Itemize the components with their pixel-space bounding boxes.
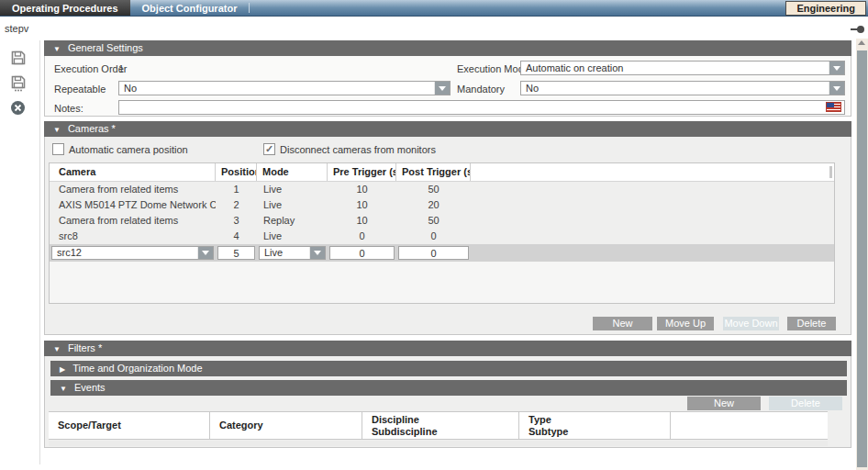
- move-down-button: Move Down: [723, 317, 779, 330]
- chevron-down-icon[interactable]: [829, 82, 844, 95]
- table-row[interactable]: AXIS M5014 PTZ Dome Network Camera 2 Liv…: [50, 197, 834, 213]
- events-table: Scope/Target Category Discipline Subdisc…: [49, 411, 828, 440]
- tab-object-configurator[interactable]: Object Configurator: [130, 0, 250, 16]
- mode-select[interactable]: Live: [259, 246, 326, 260]
- execution-mode-select[interactable]: Automatic on creation: [520, 61, 845, 75]
- save-icon[interactable]: [10, 50, 27, 66]
- new-event-button[interactable]: New: [687, 397, 761, 410]
- chevron-down-icon[interactable]: [829, 62, 844, 74]
- notes-label: Notes:: [54, 103, 83, 114]
- column-header-type[interactable]: Type Subtype: [519, 412, 671, 439]
- chevron-down-icon[interactable]: [309, 247, 325, 259]
- column-header-mode[interactable]: Mode: [257, 163, 328, 181]
- cameras-table: Camera Position Mode Pre Trigger (s) Pos…: [49, 162, 835, 304]
- collapse-icon: ▼: [53, 122, 61, 138]
- chevron-down-icon[interactable]: [434, 82, 450, 95]
- new-camera-button[interactable]: New: [593, 317, 652, 330]
- table-scrollbar[interactable]: [829, 166, 832, 178]
- section-header-cameras[interactable]: ▼Cameras *: [44, 121, 851, 137]
- column-header-discipline[interactable]: Discipline Subdiscipline: [362, 412, 519, 439]
- events-table-body: [49, 441, 828, 446]
- camera-edit-row[interactable]: src12 Live: [50, 244, 834, 262]
- column-header-position[interactable]: Position: [216, 163, 257, 181]
- pre-trigger-input[interactable]: [329, 246, 395, 260]
- section-header-events[interactable]: ▼Events: [50, 380, 847, 396]
- column-header-post-trigger[interactable]: Post Trigger (s): [396, 163, 471, 181]
- execution-order-value: 1: [118, 63, 124, 74]
- collapse-icon: ▼: [53, 341, 61, 357]
- delete-camera-button[interactable]: Delete: [787, 317, 836, 330]
- save-as-icon[interactable]: [10, 75, 27, 92]
- toolbar-divider: [39, 40, 40, 464]
- tab-operating-procedures[interactable]: Operating Procedures: [0, 0, 130, 16]
- repeatable-select[interactable]: No: [118, 81, 451, 95]
- disconnect-cameras-label: Disconnect cameras from monitors: [280, 144, 436, 155]
- us-flag-icon[interactable]: [826, 102, 841, 112]
- tab-separator: [249, 3, 250, 13]
- section-header-time-org-mode[interactable]: ▶Time and Organization Mode: [50, 361, 847, 376]
- column-header-filler: [471, 163, 834, 181]
- auto-camera-position-label: Automatic camera position: [69, 144, 188, 155]
- column-header-scope-target[interactable]: Scope/Target: [49, 412, 210, 439]
- section-header-general-settings[interactable]: ▼General Settings: [44, 40, 851, 56]
- auto-camera-position-checkbox[interactable]: [52, 143, 64, 155]
- move-up-button[interactable]: Move Up: [657, 317, 714, 330]
- column-header-filler: [671, 412, 828, 439]
- disconnect-cameras-checkbox[interactable]: [263, 143, 275, 155]
- filters-panel: ▶Time and Organization Mode ▼Events New …: [44, 356, 851, 448]
- mandatory-select[interactable]: No: [520, 81, 845, 95]
- camera-select[interactable]: src12: [51, 246, 214, 260]
- post-trigger-input[interactable]: [398, 246, 469, 260]
- delete-event-button: Delete: [769, 397, 842, 410]
- engineering-mode-badge[interactable]: Engineering: [785, 1, 866, 16]
- cameras-table-header: Camera Position Mode Pre Trigger (s) Pos…: [50, 163, 834, 182]
- position-input[interactable]: [217, 246, 255, 260]
- table-row[interactable]: Camera from related items 1 Live 10 50: [50, 182, 834, 197]
- chevron-down-icon[interactable]: [197, 247, 213, 259]
- repeatable-label: Repeatable: [54, 84, 106, 95]
- execution-order-label: Execution Order: [54, 63, 127, 74]
- notes-input[interactable]: [118, 100, 845, 115]
- collapse-icon: ▼: [60, 381, 67, 397]
- section-header-filters[interactable]: ▼Filters *: [44, 341, 851, 356]
- column-header-category[interactable]: Category: [210, 412, 362, 439]
- column-header-pre-trigger[interactable]: Pre Trigger (s): [328, 163, 396, 181]
- scrollbar-thumb[interactable]: [857, 50, 867, 467]
- expand-icon: ▶: [60, 362, 65, 377]
- table-row[interactable]: Camera from related items 3 Replay 10 50: [50, 213, 834, 229]
- vertical-scrollbar[interactable]: [856, 39, 868, 470]
- column-header-camera[interactable]: Camera: [50, 163, 216, 181]
- scroll-up-icon[interactable]: [858, 40, 865, 45]
- collapse-icon: ▼: [53, 41, 61, 57]
- tab-bar: Operating Procedures Object Configurator: [0, 0, 868, 17]
- general-settings-panel: Execution Order 1 Execution Mode Automat…: [44, 56, 851, 117]
- events-table-header: Scope/Target Category Discipline Subdisc…: [49, 412, 828, 439]
- discard-icon[interactable]: [10, 100, 27, 117]
- cameras-panel: Automatic camera position Disconnect cam…: [44, 137, 851, 335]
- pin-icon[interactable]: [851, 26, 864, 33]
- mandatory-label: Mandatory: [457, 84, 505, 95]
- execution-mode-label: Execution Mode: [457, 63, 529, 74]
- operating-procedures-window: Operating Procedures Object Configurator…: [0, 0, 868, 470]
- table-row[interactable]: src8 4 Live 0 0: [50, 229, 834, 244]
- page-title: stepv: [5, 23, 28, 34]
